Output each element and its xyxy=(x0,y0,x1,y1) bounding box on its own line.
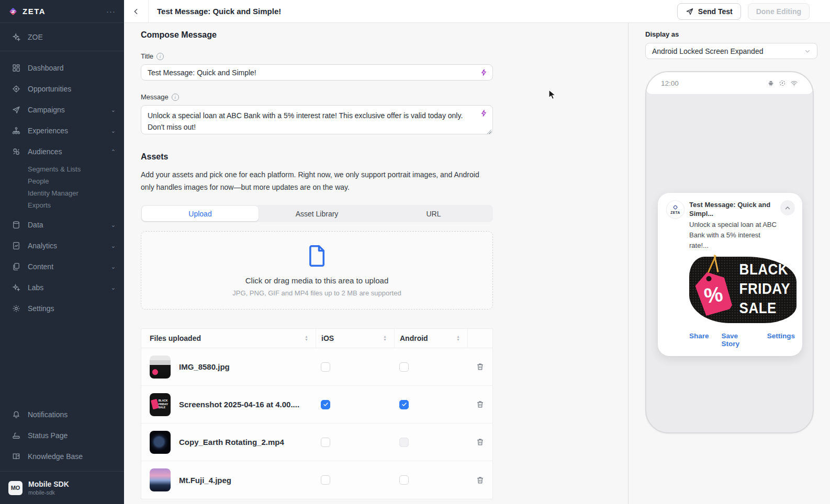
display-as-label: Display as xyxy=(645,30,817,38)
main-area: Test Message: Quick and Simple! Send Tes… xyxy=(124,0,830,504)
sidebar-item-dashboard[interactable]: Dashboard xyxy=(0,58,124,78)
sidebar-item-identity-manager[interactable]: Identity Manager xyxy=(0,187,124,199)
sidebar-item-label: Analytics xyxy=(28,242,104,250)
android-checkbox[interactable] xyxy=(399,362,409,372)
sidebar-item-knowledge-base[interactable]: Knowledge Base xyxy=(0,446,124,467)
sidebar-spacer xyxy=(0,319,124,404)
chevron-up-icon xyxy=(784,205,791,211)
android-checkbox[interactable] xyxy=(399,400,409,409)
ai-bolt-icon[interactable] xyxy=(480,109,488,118)
tab-upload[interactable]: Upload xyxy=(142,206,259,221)
target-icon xyxy=(12,84,21,94)
check-icon xyxy=(323,402,329,407)
save-story-action[interactable]: Save Story xyxy=(722,332,755,348)
assets-description: Add your assets and pick one for each pl… xyxy=(141,168,486,193)
table-row: IMG_8580.jpg xyxy=(141,348,492,386)
info-icon[interactable]: i xyxy=(156,53,164,60)
info-icon[interactable]: i xyxy=(172,94,179,101)
files-table-header: Files uploaded ▲▼ iOS ▲▼ Android ▲▼ xyxy=(141,329,492,348)
sidebar-item-zoe[interactable]: ZOE xyxy=(0,23,124,51)
back-button[interactable] xyxy=(124,0,149,23)
sidebar-item-labs[interactable]: Labs ⌄ xyxy=(0,277,124,298)
content-area: Compose Message Title i Message i xyxy=(124,23,830,504)
sort-files-button[interactable]: ▲▼ xyxy=(305,335,308,341)
send-test-label: Send Test xyxy=(698,7,733,16)
sidebar-item-status-page[interactable]: Status Page xyxy=(0,425,124,446)
ai-bolt-icon[interactable] xyxy=(480,68,488,77)
sidebar-audiences-submenu: Segments & Lists People Identity Manager… xyxy=(0,162,124,214)
sidebar-item-experiences[interactable]: Experiences ⌄ xyxy=(0,120,124,141)
table-row: BLACKFRIDAYSALE Screenshot 2025-04-16 at… xyxy=(141,386,492,423)
workspace-slug: mobile-sdk xyxy=(28,489,69,496)
display-as-select[interactable]: Android Locked Screen Expanded xyxy=(645,43,817,59)
chevron-down-icon: ⌄ xyxy=(111,128,116,134)
sidebar-item-analytics[interactable]: Analytics ⌄ xyxy=(0,235,124,256)
sidebar-item-data[interactable]: Data ⌄ xyxy=(0,214,124,235)
ios-checkbox[interactable] xyxy=(321,400,330,409)
sidebar-nav: Dashboard Opportunities Campaigns ⌄ xyxy=(0,51,124,319)
column-android: Android xyxy=(400,334,453,342)
android-checkbox xyxy=(399,438,409,447)
sidebar-item-exports[interactable]: Exports xyxy=(0,199,124,211)
sidebar: ZETA ··· ZOE Dashboard xyxy=(0,0,124,504)
notification-actions: Share Save Story Settings xyxy=(689,332,795,348)
paper-plane-icon xyxy=(12,105,21,114)
upload-dropzone[interactable]: Click or drag media to this area to uplo… xyxy=(141,231,493,310)
sidebar-item-notifications[interactable]: Notifications xyxy=(0,404,124,425)
zeta-app-avatar: ZETA xyxy=(666,200,685,219)
title-input[interactable] xyxy=(141,64,493,81)
tab-asset-library[interactable]: Asset Library xyxy=(259,206,375,221)
sidebar-item-campaigns[interactable]: Campaigns ⌄ xyxy=(0,99,124,120)
notification-card[interactable]: ZETA Test Message: Quick and Simpl... Un… xyxy=(658,193,802,356)
ios-checkbox[interactable] xyxy=(321,475,330,485)
sidebar-item-audiences[interactable]: Audiences ⌃ xyxy=(0,141,124,162)
display-as-value: Android Locked Screen Expanded xyxy=(652,47,804,55)
delete-file-button[interactable] xyxy=(476,438,485,446)
sidebar-item-content[interactable]: Content ⌄ xyxy=(0,256,124,277)
delete-file-button[interactable] xyxy=(476,476,485,485)
tab-url[interactable]: URL xyxy=(375,206,492,221)
black-friday-image: BLACK FRIDAY SALE % xyxy=(689,256,797,325)
share-action[interactable]: Share xyxy=(689,332,709,348)
file-name: IMG_8580.jpg xyxy=(179,362,230,371)
workspace-switcher[interactable]: MO Mobile SDK mobile-sdk xyxy=(0,472,124,504)
database-icon xyxy=(12,220,21,230)
assets-heading: Assets xyxy=(141,152,493,162)
sidebar-menu-button[interactable]: ··· xyxy=(106,7,116,16)
message-textarea[interactable]: Unlock a special loan at ABC Bank with a… xyxy=(141,105,493,134)
table-row: Copy_Earth Rotating_2.mp4 xyxy=(141,423,492,461)
dashboard-icon xyxy=(12,63,21,73)
sidebar-item-label: Opportunities xyxy=(28,85,116,93)
sidebar-item-people[interactable]: People xyxy=(0,175,124,187)
sitemap-icon xyxy=(12,126,21,135)
sidebar-item-label: Dashboard xyxy=(28,64,116,72)
assets-tabbar: Upload Asset Library URL xyxy=(141,205,493,222)
ios-checkbox[interactable] xyxy=(321,362,330,372)
app-window: ZETA ··· ZOE Dashboard xyxy=(0,0,830,504)
settings-action[interactable]: Settings xyxy=(767,332,795,348)
chevron-left-icon xyxy=(132,7,140,16)
notification-title: Test Message: Quick and Simpl... xyxy=(689,200,780,218)
sidebar-bottom: Notifications Status Page Knowledge Base… xyxy=(0,404,124,504)
sort-android-button[interactable]: ▲▼ xyxy=(456,335,460,341)
delete-file-button[interactable] xyxy=(476,400,485,409)
sidebar-item-segments-lists[interactable]: Segments & Lists xyxy=(0,163,124,175)
resize-grip[interactable] xyxy=(487,129,491,134)
sidebar-item-opportunities[interactable]: Opportunities xyxy=(0,78,124,99)
sidebar-item-label: ZOE xyxy=(28,33,43,41)
delete-file-button[interactable] xyxy=(476,362,485,371)
topbar-actions: Send Test Done Editing xyxy=(677,3,830,20)
sort-ios-button[interactable]: ▲▼ xyxy=(383,335,387,341)
notification-collapse-button[interactable] xyxy=(780,200,795,215)
send-test-button[interactable]: Send Test xyxy=(677,3,741,20)
ios-checkbox[interactable] xyxy=(321,438,330,447)
sidebar-item-label: Experiences xyxy=(28,127,104,135)
file-name: Mt.Fuji_4.jpeg xyxy=(179,476,231,485)
notification-body: Unlock a special loan at ABC Bank with a… xyxy=(689,220,780,251)
chevron-down-icon xyxy=(804,48,811,54)
sidebar-item-label: Content xyxy=(28,262,104,271)
done-editing-button[interactable]: Done Editing xyxy=(748,3,810,20)
page-title: Test Message: Quick and Simple! xyxy=(157,7,677,16)
sidebar-item-settings[interactable]: Settings xyxy=(0,298,124,319)
android-checkbox[interactable] xyxy=(399,475,409,485)
